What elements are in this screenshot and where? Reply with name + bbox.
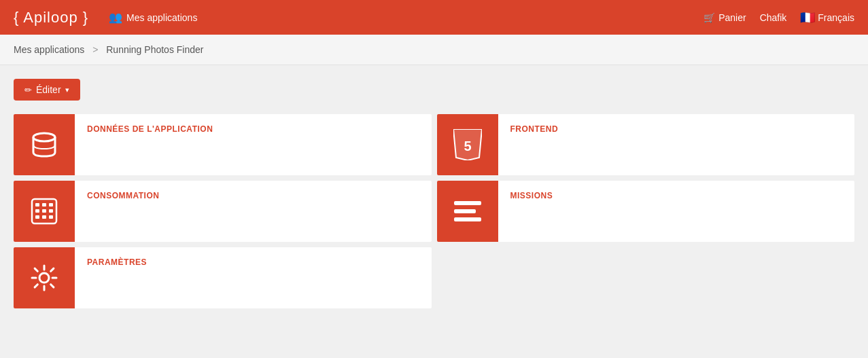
svg-rect-9: [42, 209, 46, 213]
parametres-label: PARAMÈTRES: [75, 247, 159, 308]
svg-rect-15: [454, 209, 476, 213]
user-link[interactable]: Chafik: [760, 12, 787, 23]
svg-line-24: [51, 268, 54, 271]
card-consommation[interactable]: CONSOMMATION: [14, 181, 432, 242]
svg-line-23: [51, 285, 54, 287]
my-apps-label: Mes applications: [126, 12, 197, 23]
frontend-icon: 5: [437, 114, 498, 175]
people-icon: 👥: [109, 11, 122, 24]
breadcrumb-separator: >: [92, 44, 98, 55]
edit-label: Éditer: [36, 84, 61, 95]
missions-icon: [437, 181, 498, 242]
card-parametres[interactable]: PARAMÈTRES: [14, 247, 432, 308]
donnees-label: DONNÉES DE L'APPLICATION: [75, 114, 225, 175]
cart-icon: 🛒: [704, 12, 715, 23]
breadcrumb-current: Running Photos Finder: [106, 44, 203, 55]
svg-text:5: 5: [464, 139, 471, 154]
missions-label: MISSIONS: [498, 181, 566, 242]
svg-rect-11: [35, 215, 39, 219]
header-left: { Apiloop } 👥 Mes applications: [14, 9, 197, 26]
svg-rect-5: [35, 203, 39, 207]
svg-rect-8: [35, 209, 39, 213]
card-missions[interactable]: MISSIONS: [437, 181, 855, 242]
consommation-label: CONSOMMATION: [75, 181, 171, 242]
svg-rect-14: [454, 201, 481, 205]
my-apps-nav[interactable]: 👥 Mes applications: [109, 11, 197, 24]
header-right: 🛒 Panier Chafik 🇫🇷 Français: [704, 10, 854, 25]
consommation-icon: [14, 181, 75, 242]
edit-button[interactable]: ✏ Éditer ▾: [14, 79, 80, 101]
svg-rect-10: [49, 209, 53, 213]
svg-point-17: [39, 273, 49, 283]
caret-icon: ▾: [65, 86, 69, 94]
header: { Apiloop } 👥 Mes applications 🛒 Panier …: [0, 0, 868, 35]
card-frontend[interactable]: 5 FRONTEND: [437, 114, 855, 175]
cart-label: Panier: [718, 12, 746, 23]
cards-grid: DONNÉES DE L'APPLICATION 5 FRONTEND: [14, 114, 854, 308]
svg-point-0: [33, 133, 55, 141]
svg-rect-12: [42, 215, 46, 219]
logo[interactable]: { Apiloop }: [14, 9, 88, 26]
svg-rect-6: [42, 203, 46, 207]
breadcrumb: Mes applications > Running Photos Finder: [0, 35, 868, 65]
breadcrumb-home[interactable]: Mes applications: [14, 44, 84, 55]
svg-line-25: [35, 285, 37, 287]
svg-rect-13: [49, 215, 53, 219]
flag-icon: 🇫🇷: [800, 10, 815, 25]
lang-label: Français: [818, 12, 854, 23]
svg-rect-16: [454, 217, 481, 221]
svg-line-22: [35, 268, 37, 271]
parametres-icon: [14, 247, 75, 308]
frontend-label: FRONTEND: [498, 114, 571, 175]
pencil-icon: ✏: [24, 85, 32, 95]
svg-rect-7: [49, 203, 53, 207]
card-donnees[interactable]: DONNÉES DE L'APPLICATION: [14, 114, 432, 175]
donnees-icon: [14, 114, 75, 175]
cart-link[interactable]: 🛒 Panier: [704, 12, 746, 23]
lang-link[interactable]: 🇫🇷 Français: [800, 10, 854, 25]
main-content: ✏ Éditer ▾ DONNÉES DE L'APPLICATION: [0, 65, 868, 322]
